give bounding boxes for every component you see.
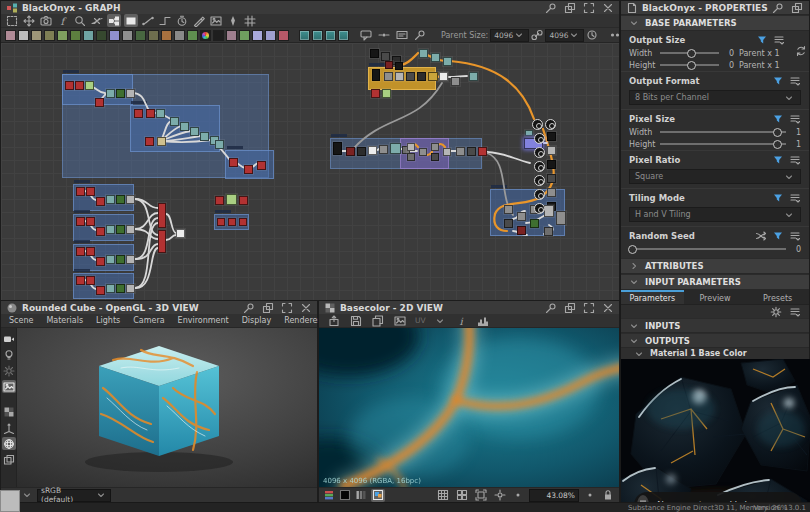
section-outputs[interactable]: OUTPUTS (621, 333, 809, 348)
graph-node[interactable] (65, 81, 74, 90)
pixel-ratio-dropdown[interactable]: Square (629, 169, 801, 184)
graph-node[interactable] (176, 229, 185, 238)
copy-icon[interactable] (371, 314, 385, 327)
save-icon[interactable] (349, 314, 363, 327)
pin-icon[interactable] (545, 302, 557, 314)
node-palette-swatch[interactable] (83, 30, 94, 41)
graph-node[interactable] (106, 284, 115, 293)
tiling-icon[interactable] (455, 489, 469, 502)
graph-node[interactable] (439, 72, 448, 81)
info-icon[interactable]: i (454, 314, 468, 327)
graph-node[interactable] (86, 217, 95, 226)
graph-node[interactable] (379, 145, 388, 154)
move-tool-icon[interactable] (22, 14, 36, 27)
pin-icon[interactable] (413, 29, 427, 42)
camera-tool-icon[interactable] (39, 14, 53, 27)
graph-node[interactable] (517, 226, 526, 235)
graph-node[interactable] (200, 132, 209, 141)
nodes-tool-icon[interactable] (107, 14, 121, 27)
shuffle-seed-icon[interactable] (755, 230, 767, 242)
graph-node[interactable] (145, 137, 154, 146)
output-node-badge[interactable] (545, 119, 556, 130)
view2d-viewport[interactable]: 4096 x 4096 (RGBA, 16bpc) (319, 328, 619, 489)
graph-node[interactable] (395, 72, 404, 81)
expose-parameter-icon[interactable] (772, 192, 784, 204)
wire2-tool-icon[interactable] (158, 14, 172, 27)
graph-node[interactable] (407, 153, 415, 161)
graph-node[interactable] (525, 130, 533, 136)
graph-canvas[interactable] (1, 43, 619, 300)
output-width-slider[interactable] (660, 52, 719, 54)
fit-view-icon[interactable] (474, 489, 488, 502)
graph-node[interactable] (116, 284, 125, 293)
random-seed-slider[interactable] (629, 248, 786, 250)
wireframe-icon[interactable] (2, 453, 16, 466)
graph-node[interactable] (390, 143, 401, 154)
channels-icon[interactable] (355, 489, 367, 501)
uv-overlay-icon[interactable] (393, 314, 407, 327)
parameter-menu-icon[interactable] (789, 154, 801, 166)
graph-node[interactable] (126, 89, 135, 98)
graph-node[interactable] (226, 194, 237, 205)
graph-node[interactable] (96, 197, 105, 206)
history-icon[interactable] (586, 29, 598, 42)
graph-node[interactable] (456, 147, 465, 156)
close-icon[interactable] (602, 302, 614, 314)
output-node-badge[interactable] (534, 161, 545, 172)
node-palette-swatch[interactable] (278, 30, 289, 41)
section-attributes[interactable]: ATTRIBUTES (621, 258, 809, 274)
graph-node[interactable] (229, 158, 238, 167)
graph-node[interactable] (469, 72, 478, 81)
graph-node[interactable] (547, 132, 556, 141)
graph-node[interactable] (215, 196, 224, 205)
graph-node[interactable] (547, 188, 556, 197)
output-preview[interactable]: Always on top enabled CTRL+SHIFT+A (621, 359, 810, 512)
node-palette-swatch[interactable] (96, 30, 107, 41)
float-window-icon[interactable] (564, 302, 576, 314)
lock-zoom-icon[interactable] (601, 489, 615, 502)
graph-node[interactable] (544, 205, 554, 217)
view3d-viewport[interactable] (1, 328, 317, 489)
wire1-tool-icon[interactable] (141, 14, 155, 27)
tab-preview[interactable]: Preview (684, 290, 747, 304)
output-width-mode[interactable]: Parent x 1 (739, 49, 785, 58)
output-node-badge[interactable] (534, 189, 545, 200)
environment-icon[interactable] (2, 364, 16, 377)
node-palette-swatch[interactable] (5, 30, 16, 41)
graph-node[interactable] (215, 140, 224, 149)
graph-node[interactable] (346, 147, 355, 156)
export-icon[interactable] (327, 314, 341, 327)
graph-node[interactable] (158, 230, 166, 253)
graph-node[interactable] (556, 211, 566, 225)
graph-node[interactable] (116, 195, 125, 204)
graph-node[interactable] (85, 81, 94, 90)
graph-node[interactable] (370, 49, 379, 58)
graph-node[interactable] (257, 161, 266, 170)
graph-node[interactable] (547, 146, 556, 155)
graph-node[interactable] (547, 160, 556, 169)
output-format-dropdown[interactable]: 8 Bits per Channel (629, 90, 801, 105)
histogram-icon[interactable] (476, 314, 490, 327)
graph-node[interactable] (116, 89, 125, 98)
graph-node[interactable] (96, 286, 105, 295)
pencil-tool-icon[interactable] (192, 14, 206, 27)
graph-node[interactable] (239, 218, 247, 226)
gear-icon[interactable] (770, 306, 782, 318)
graph-node[interactable] (106, 255, 115, 264)
pin-icon[interactable] (545, 2, 557, 14)
card-icon[interactable] (395, 29, 409, 42)
maximize-icon[interactable] (281, 302, 293, 314)
menu-environment[interactable]: Environment (178, 316, 229, 325)
timer-tool-icon[interactable] (175, 14, 189, 27)
graph-node[interactable] (75, 81, 84, 90)
output-height-mode[interactable]: Parent x 1 (739, 61, 785, 70)
tab-presets[interactable]: Presets (746, 290, 809, 304)
material-output-header[interactable]: Material 1 Base Color (621, 348, 809, 359)
graph-node[interactable] (244, 165, 253, 174)
expose-parameter-icon[interactable] (756, 34, 768, 46)
graph-node[interactable] (431, 53, 440, 62)
list-menu-icon[interactable] (789, 306, 801, 318)
gridsnap-tool-icon[interactable] (243, 14, 257, 27)
graph-node[interactable] (76, 187, 85, 196)
graph-node[interactable] (333, 142, 342, 155)
